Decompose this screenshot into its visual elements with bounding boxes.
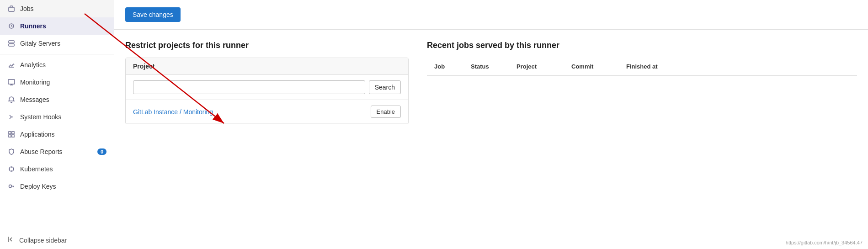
svg-point-11 bbox=[9, 185, 12, 188]
sidebar-item-kubernetes[interactable]: Kubernetes bbox=[0, 160, 114, 178]
sidebar-item-deploy-keys-label: Deploy Keys bbox=[20, 183, 107, 190]
collapse-icon bbox=[7, 236, 15, 244]
svg-rect-5 bbox=[8, 79, 15, 84]
sidebar-divider bbox=[0, 54, 114, 54]
main-content: Save changes Restrict projects for this … bbox=[114, 0, 868, 249]
svg-rect-7 bbox=[12, 132, 14, 134]
sidebar-item-runners-label: Runners bbox=[20, 22, 107, 30]
search-row: Search bbox=[126, 75, 408, 100]
project-table: Project Search GitLab Instance / Monitor… bbox=[125, 58, 409, 124]
svg-rect-9 bbox=[12, 135, 14, 137]
grid-icon bbox=[7, 130, 16, 138]
sidebar: Jobs Runners Gitaly Servers Analytics bbox=[0, 0, 114, 249]
sidebar-item-system-hooks[interactable]: System Hooks bbox=[0, 108, 114, 126]
jobs-col-project: Project bbox=[509, 61, 564, 72]
recent-jobs-title: Recent jobs served by this runner bbox=[427, 41, 857, 50]
runner-icon bbox=[7, 22, 16, 30]
kubernetes-icon bbox=[7, 165, 16, 173]
sidebar-item-gitaly-servers-label: Gitaly Servers bbox=[20, 40, 107, 47]
monitor-icon bbox=[7, 78, 16, 86]
sidebar-item-analytics[interactable]: Analytics bbox=[0, 56, 114, 74]
restrict-projects-panel: Restrict projects for this runner Projec… bbox=[125, 41, 409, 238]
sidebar-item-abuse-reports[interactable]: Abuse Reports 0 bbox=[0, 143, 114, 160]
svg-rect-3 bbox=[9, 44, 14, 46]
sidebar-item-applications-label: Applications bbox=[20, 131, 107, 138]
save-changes-button[interactable]: Save changes bbox=[125, 7, 181, 22]
sidebar-item-monitoring[interactable]: Monitoring bbox=[0, 74, 114, 91]
jobs-col-commit: Commit bbox=[564, 61, 619, 72]
jobs-col-job: Job bbox=[427, 61, 463, 72]
chart-icon bbox=[7, 61, 16, 69]
shield-icon bbox=[7, 148, 16, 156]
sidebar-item-analytics-label: Analytics bbox=[20, 61, 107, 69]
jobs-col-finished-at: Finished at bbox=[619, 61, 674, 72]
search-button[interactable]: Search bbox=[369, 80, 401, 94]
project-link[interactable]: GitLab Instance / Monitoring bbox=[133, 108, 371, 116]
collapse-sidebar-label: Collapse sidebar bbox=[19, 237, 67, 244]
sidebar-item-kubernetes-label: Kubernetes bbox=[20, 165, 107, 173]
jobs-col-status: Status bbox=[463, 61, 509, 72]
abuse-reports-badge: 0 bbox=[97, 148, 107, 155]
sidebar-item-system-hooks-label: System Hooks bbox=[20, 113, 107, 121]
server-icon bbox=[7, 39, 16, 48]
svg-rect-8 bbox=[9, 135, 11, 137]
recent-jobs-panel: Recent jobs served by this runner Job St… bbox=[427, 41, 857, 238]
restrict-projects-title: Restrict projects for this runner bbox=[125, 41, 409, 50]
sidebar-item-messages-label: Messages bbox=[20, 96, 107, 103]
url-bar: https://gitlab.com/h/nt/jb_34564.47 bbox=[786, 240, 863, 245]
sidebar-item-runners[interactable]: Runners bbox=[0, 17, 114, 35]
briefcase-icon bbox=[7, 5, 16, 13]
jobs-table-header: Job Status Project Commit Finished at bbox=[427, 58, 857, 76]
svg-rect-6 bbox=[9, 132, 11, 134]
sidebar-item-jobs[interactable]: Jobs bbox=[0, 0, 114, 17]
sidebar-item-jobs-label: Jobs bbox=[20, 5, 107, 12]
table-row: GitLab Instance / Monitoring Enable bbox=[126, 100, 408, 124]
svg-rect-2 bbox=[9, 41, 14, 43]
main-header: Save changes bbox=[114, 0, 868, 30]
sidebar-item-abuse-reports-label: Abuse Reports bbox=[20, 148, 93, 155]
sidebar-item-monitoring-label: Monitoring bbox=[20, 79, 107, 86]
hook-icon bbox=[7, 113, 16, 121]
key-icon bbox=[7, 182, 16, 191]
sidebar-item-gitaly-servers[interactable]: Gitaly Servers bbox=[0, 35, 114, 52]
sidebar-item-applications[interactable]: Applications bbox=[0, 126, 114, 143]
collapse-sidebar-button[interactable]: Collapse sidebar bbox=[0, 231, 114, 249]
svg-rect-0 bbox=[9, 7, 14, 11]
sidebar-item-deploy-keys[interactable]: Deploy Keys bbox=[0, 178, 114, 195]
search-input[interactable] bbox=[133, 80, 365, 94]
project-column-header: Project bbox=[126, 58, 408, 75]
enable-button[interactable]: Enable bbox=[371, 106, 401, 118]
bell-icon bbox=[7, 95, 16, 104]
main-body: Restrict projects for this runner Projec… bbox=[114, 30, 868, 249]
sidebar-item-messages[interactable]: Messages bbox=[0, 91, 114, 108]
